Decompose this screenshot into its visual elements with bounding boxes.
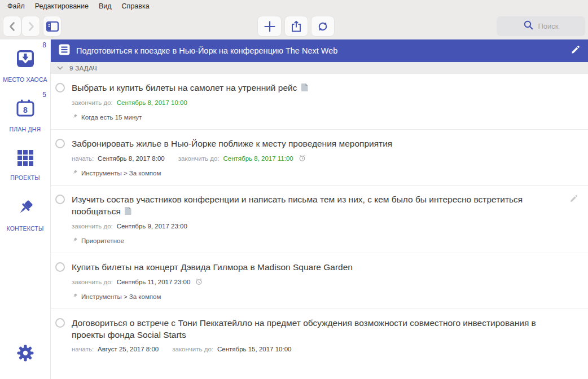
menu-file[interactable]: Файл	[2, 2, 30, 10]
add-button[interactable]	[258, 16, 281, 36]
chevron-right-icon	[25, 20, 37, 33]
task-checkbox[interactable]	[55, 139, 65, 148]
plus-icon	[263, 20, 277, 33]
sidebar-item-label: МЕСТО ХАОСА	[3, 76, 47, 83]
project-header: Подготовиться к поездке в Нью-Йорк на ко…	[51, 39, 588, 62]
context-label: Когда есть 15 минут	[81, 114, 142, 121]
refresh-button[interactable]	[311, 16, 334, 36]
main-panel: Подготовиться к поездке в Нью-Йорк на ко…	[51, 39, 588, 379]
inbox-count-badge: 8	[42, 41, 46, 49]
gear-icon	[16, 344, 34, 364]
task-list: Выбрать и купить билеты на самолет на ут…	[51, 74, 588, 379]
sidebar-toggle-icon	[46, 20, 59, 33]
sidebar-toggle-button[interactable]	[43, 16, 61, 36]
settings-button[interactable]	[0, 344, 50, 379]
sidebar-item-contexts[interactable]: КОНТЕКСТЫ	[0, 190, 50, 239]
sidebar-item-label: ПРОЕКТЫ	[10, 174, 40, 181]
task-meta: закончить до:Сентябрь 8, 2017 10:00	[72, 99, 308, 106]
inbox-icon	[15, 49, 36, 71]
sidebar-item-label: КОНТЕКСТЫ	[7, 225, 44, 232]
task-title: Изучить состав участников конференции и …	[72, 193, 552, 218]
task-checkbox[interactable]	[55, 83, 65, 92]
project-title: Подготовиться к поездке в Нью-Йорк на ко…	[76, 46, 564, 55]
due-date: Сентябрь 8, 2017 11:00	[223, 155, 293, 162]
sidebar: 8 МЕСТО ХАОСА 5	[0, 39, 51, 379]
search-placeholder: Поиск	[538, 22, 558, 30]
sidebar-item-projects[interactable]: ПРОЕКТЫ	[0, 140, 50, 190]
alarm-icon	[299, 155, 306, 162]
sidebar-item-day-plan[interactable]: 5 8 ПЛАН ДНЯ	[0, 90, 50, 140]
calendar-icon: 8	[15, 98, 36, 121]
task-row[interactable]: Изучить состав участников конференции и …	[51, 186, 588, 253]
task-checkbox[interactable]	[55, 318, 65, 328]
task-meta: начать:Сентябрь 8, 2017 8:00 закончить д…	[72, 155, 392, 162]
share-icon	[289, 20, 303, 33]
task-checkbox[interactable]	[55, 262, 65, 272]
task-context: Инструменты > За компом	[72, 169, 392, 177]
section-label: 9 ЗАДАЧ	[69, 65, 97, 72]
search-icon	[523, 20, 534, 33]
task-checkbox[interactable]	[55, 195, 65, 204]
forward-button[interactable]	[22, 16, 40, 36]
task-meta: закончить до:Сентябрь 9, 2017 23:00	[72, 223, 552, 230]
day-plan-count-badge: 5	[42, 91, 46, 99]
edit-project-pencil-icon[interactable]	[571, 45, 580, 57]
task-body: Изучить состав участников конференции и …	[72, 193, 552, 244]
context-label: Инструменты > За компом	[81, 170, 161, 177]
due-date: Сентябрь 9, 2017 23:00	[117, 223, 187, 230]
due-date: Сентябрь 15, 2017 10:00	[217, 346, 291, 352]
refresh-icon	[316, 20, 330, 33]
edit-task-pencil-icon[interactable]	[569, 195, 578, 205]
pin-icon	[15, 197, 36, 220]
chevron-left-icon	[6, 20, 19, 33]
context-pin-icon	[72, 169, 78, 177]
due-date: Сентябрь 11, 2017 23:00	[117, 279, 191, 285]
project-list-icon	[59, 44, 70, 58]
sidebar-item-label: ПЛАН ДНЯ	[10, 126, 41, 133]
task-body: Купить билеты на концерт Дэвида Гилмора …	[72, 261, 353, 300]
alarm-icon	[195, 278, 203, 285]
task-row[interactable]: Выбрать и купить билеты на самолет на ут…	[51, 74, 588, 130]
projects-grid-icon	[16, 149, 34, 169]
task-title: Купить билеты на концерт Дэвида Гилмора …	[72, 261, 353, 273]
context-label: Инструменты > За компом	[81, 293, 161, 300]
context-label: Приоритетное	[81, 237, 124, 244]
task-title: Забронировать жилье в Нью-Йорке поближе …	[72, 138, 392, 149]
context-pin-icon	[72, 113, 78, 121]
toolbar: Поиск	[0, 12, 588, 39]
svg-text:8: 8	[23, 105, 28, 114]
task-body: Забронировать жилье в Нью-Йорке поближе …	[72, 138, 392, 177]
task-context: Инструменты > За компом	[72, 293, 353, 300]
task-body: Договориться о встрече с Тони Пеккатейлл…	[72, 317, 552, 352]
back-button[interactable]	[3, 16, 21, 36]
context-pin-icon	[72, 293, 78, 300]
search-input[interactable]: Поиск	[497, 16, 585, 36]
menubar: Файл Редактирование Вид Справка	[0, 0, 588, 12]
task-body: Выбрать и купить билеты на самолет на ут…	[72, 82, 308, 121]
app-window: Файл Редактирование Вид Справка	[0, 0, 588, 379]
task-row[interactable]: Забронировать жилье в Нью-Йорке поближе …	[51, 130, 588, 186]
context-pin-icon	[72, 237, 78, 244]
tasks-section-header[interactable]: 9 ЗАДАЧ	[51, 62, 588, 74]
start-date: Сентябрь 8, 2017 8:00	[98, 155, 165, 162]
chevron-down-icon	[57, 65, 63, 72]
task-context: Приоритетное	[72, 237, 552, 244]
menu-help[interactable]: Справка	[117, 2, 155, 10]
task-context: Когда есть 15 минут	[72, 113, 308, 121]
start-date: Август 25, 2017 8:00	[98, 346, 159, 352]
due-date: Сентябрь 8, 2017 10:00	[117, 99, 187, 106]
note-icon	[301, 82, 308, 94]
task-row[interactable]: Купить билеты на концерт Дэвида Гилмора …	[51, 253, 588, 309]
task-title: Выбрать и купить билеты на самолет на ут…	[72, 82, 308, 94]
task-title: Договориться о встрече с Тони Пеккатейлл…	[72, 317, 552, 341]
task-meta: начать:Август 25, 2017 8:00 закончить до…	[72, 346, 552, 352]
menu-edit[interactable]: Редактирование	[30, 2, 94, 10]
sidebar-spacer	[0, 239, 50, 344]
share-button[interactable]	[285, 16, 308, 36]
task-meta: закончить до:Сентябрь 11, 2017 23:00	[72, 278, 353, 285]
task-row[interactable]: Договориться о встрече с Тони Пеккатейлл…	[51, 309, 588, 361]
menu-view[interactable]: Вид	[94, 2, 117, 10]
note-icon	[125, 206, 131, 218]
sidebar-item-inbox[interactable]: 8 МЕСТО ХАОСА	[0, 41, 50, 90]
